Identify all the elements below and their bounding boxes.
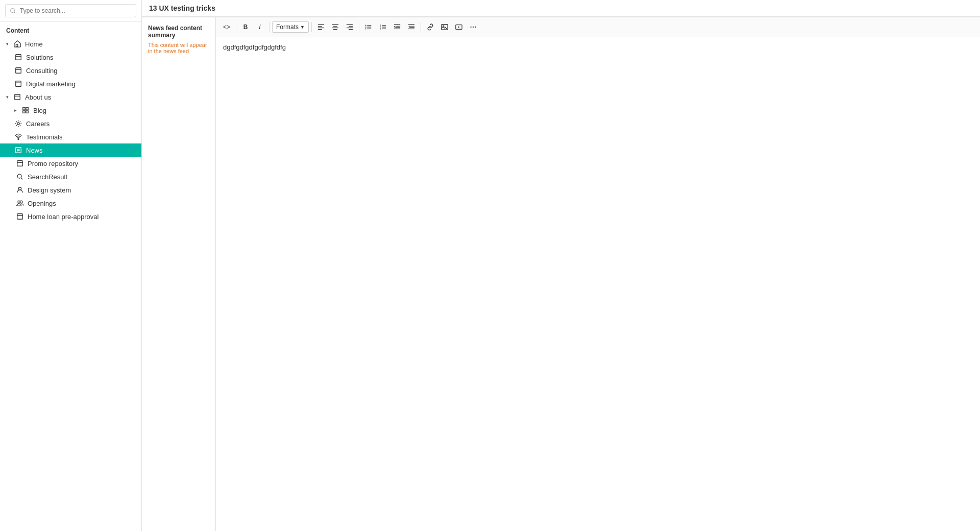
align-left-icon xyxy=(317,23,325,31)
link-icon xyxy=(427,23,434,31)
svg-marker-65 xyxy=(458,26,460,28)
outdent-icon xyxy=(408,23,415,31)
align-right-button[interactable] xyxy=(343,20,356,34)
separator-1 xyxy=(236,22,236,32)
svg-point-42 xyxy=(365,27,366,28)
svg-rect-39 xyxy=(349,29,353,30)
svg-point-67 xyxy=(473,27,474,28)
sidebar-section-label: Content xyxy=(0,22,141,37)
svg-rect-49 xyxy=(382,27,386,27)
people-icon xyxy=(16,199,24,207)
person-icon xyxy=(16,186,24,194)
align-center-icon xyxy=(332,23,339,31)
sidebar-item-digital-marketing[interactable]: Digital marketing xyxy=(0,77,141,90)
svg-rect-51 xyxy=(382,29,386,29)
nav-item-label: About us xyxy=(25,93,51,101)
nav-tree: ▾HomeSolutionsConsultingDigital marketin… xyxy=(0,37,141,223)
sidebar-item-consulting[interactable]: Consulting xyxy=(0,64,141,77)
sidebar-item-design-system[interactable]: Design system xyxy=(0,183,141,197)
outdent-button[interactable] xyxy=(405,20,418,34)
align-left-button[interactable] xyxy=(314,20,328,34)
svg-point-23 xyxy=(18,187,21,190)
more-button[interactable] xyxy=(467,20,480,34)
italic-button[interactable]: I xyxy=(253,20,266,34)
nav-item-label: News xyxy=(26,147,43,154)
svg-rect-5 xyxy=(16,81,21,87)
svg-marker-56 xyxy=(394,26,395,28)
ul-icon xyxy=(365,23,372,31)
svg-rect-52 xyxy=(394,25,400,25)
sidebar: Content ▾HomeSolutionsConsultingDigital … xyxy=(0,0,142,531)
svg-rect-35 xyxy=(333,29,337,30)
chevron-icon: ▾ xyxy=(6,94,9,100)
svg-rect-9 xyxy=(23,108,25,110)
sidebar-item-home-loan[interactable]: Home loan pre-approval xyxy=(0,210,141,223)
sidebar-item-promo-repository[interactable]: Promo repository xyxy=(0,157,141,170)
svg-rect-7 xyxy=(15,94,20,100)
svg-point-21 xyxy=(17,174,21,178)
sidebar-item-openings[interactable]: Openings xyxy=(0,197,141,210)
align-center-button[interactable] xyxy=(329,20,342,34)
bold-button[interactable]: B xyxy=(239,20,252,34)
sidebar-item-news[interactable]: News xyxy=(0,143,141,157)
svg-rect-58 xyxy=(409,26,414,27)
code-button[interactable]: <> xyxy=(220,20,233,34)
formats-arrow: ▼ xyxy=(300,25,305,30)
svg-point-66 xyxy=(470,27,471,28)
svg-rect-26 xyxy=(17,214,23,220)
link-button[interactable] xyxy=(424,20,437,34)
svg-rect-30 xyxy=(318,28,324,28)
svg-rect-3 xyxy=(16,68,21,74)
sidebar-item-home[interactable]: ▾Home xyxy=(0,37,141,51)
svg-rect-0 xyxy=(16,44,18,46)
nav-item-label: Careers xyxy=(26,120,50,128)
svg-rect-29 xyxy=(318,26,322,27)
box-icon xyxy=(16,212,24,221)
svg-text:3.: 3. xyxy=(380,28,382,30)
svg-rect-59 xyxy=(409,27,414,28)
svg-rect-43 xyxy=(367,27,371,27)
svg-point-14 xyxy=(18,138,19,139)
separator-3 xyxy=(311,22,312,32)
svg-rect-31 xyxy=(318,29,322,30)
svg-rect-54 xyxy=(395,27,400,28)
sidebar-item-testimonials[interactable]: Testimonials xyxy=(0,130,141,143)
box-icon xyxy=(14,80,22,88)
image-button[interactable] xyxy=(438,20,451,34)
grid-icon xyxy=(21,106,30,114)
sidebar-item-solutions[interactable]: Solutions xyxy=(0,51,141,64)
nav-item-label: SearchResult xyxy=(28,173,67,181)
svg-rect-19 xyxy=(17,161,23,166)
sidebar-item-about-us[interactable]: ▾About us xyxy=(0,90,141,104)
svg-point-13 xyxy=(17,123,19,125)
nav-item-label: Design system xyxy=(28,186,71,194)
ol-icon: 1.2.3. xyxy=(379,23,386,31)
formats-dropdown[interactable]: Content Formats ▼ xyxy=(272,21,309,33)
indent-button[interactable] xyxy=(390,20,404,34)
search-input[interactable] xyxy=(5,4,136,17)
nav-item-label: Solutions xyxy=(26,54,53,61)
sidebar-item-search-result[interactable]: SearchResult xyxy=(0,170,141,183)
content-summary-description: This content will appear in the news fee… xyxy=(148,42,209,54)
search-icon xyxy=(16,173,24,181)
media-button[interactable] xyxy=(452,20,465,34)
svg-rect-32 xyxy=(332,25,338,25)
svg-rect-33 xyxy=(333,26,337,27)
svg-rect-53 xyxy=(395,26,400,27)
separator-5 xyxy=(421,22,421,32)
box-icon xyxy=(16,159,24,167)
editor-toolbar: <> B I Content Formats ▼ xyxy=(216,17,980,37)
svg-rect-10 xyxy=(26,108,28,110)
svg-rect-38 xyxy=(347,28,353,28)
page-title: 13 UX testing tricks xyxy=(142,0,980,17)
content-area: News feed content summary This content w… xyxy=(142,17,980,531)
svg-rect-60 xyxy=(408,29,414,29)
svg-point-40 xyxy=(365,25,366,26)
sidebar-item-blog[interactable]: ▸Blog xyxy=(0,104,141,117)
image-icon xyxy=(441,23,448,31)
editor-content[interactable]: dgdfgdfgdfgdfgdgfdfg xyxy=(216,37,980,531)
sidebar-item-careers[interactable]: Careers xyxy=(0,117,141,130)
ul-button[interactable] xyxy=(362,20,375,34)
svg-marker-61 xyxy=(408,26,409,28)
ol-button[interactable]: 1.2.3. xyxy=(376,20,389,34)
